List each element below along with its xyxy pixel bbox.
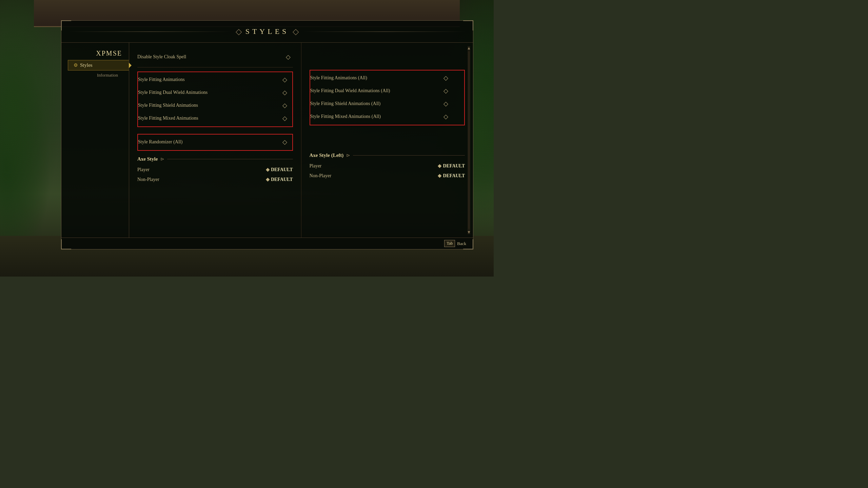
style-fitting-dual-wield-row: Style Fitting Dual Wield Animations ◇ [138,86,290,99]
axe-left-player-label: Player [310,163,322,169]
style-fitting-mixed-row: Style Fitting Mixed Animations ◇ [138,112,290,124]
sidebar-item-styles[interactable]: ⚙ Styles [68,60,129,70]
style-fitting-dual-wield-diamond[interactable]: ◇ [280,88,290,97]
style-fitting-mixed-all-label: Style Fitting Mixed Animations (All) [310,114,381,119]
style-fitting-animations-label: Style Fitting Animations [138,77,185,82]
content-area: Disable Style Cloak Spell ◇ Style Fittin… [129,43,473,238]
axe-left-nonplayer-value[interactable]: ◆DEFAULT [438,173,465,179]
sidebar: XPMSE ⚙ Styles Information [61,43,129,238]
scrollbar-track[interactable] [468,52,470,229]
style-fitting-animations-diamond[interactable]: ◇ [280,75,290,84]
foliage-left [0,0,68,277]
style-fitting-mixed-all-row: Style Fitting Mixed Animations (All) ◇ [310,110,451,123]
sidebar-styles-label: Styles [80,62,93,68]
left-fitting-group: Style Fitting Animations ◇ Style Fitting… [137,72,293,127]
scroll-down-arrow[interactable]: ▼ [467,230,471,234]
header-line-left [68,32,232,32]
style-randomizer-diamond[interactable]: ◇ [280,137,290,147]
axe-player-bullet: ◆ [266,167,270,172]
axe-style-icon: ⊳ [160,156,164,162]
corner-br [463,239,473,249]
axe-style-left-title: Axe Style (Left) [310,152,344,158]
style-fitting-shield-row: Style Fitting Shield Animations ◇ [138,99,290,111]
style-fitting-mixed-diamond[interactable]: ◇ [280,114,290,123]
styles-icon: ⚙ [74,62,78,68]
scrollbar[interactable]: ▲ ▼ [468,46,470,234]
scroll-up-arrow[interactable]: ▲ [467,46,471,50]
axe-nonplayer-row: Non-Player ◆DEFAULT [137,175,293,184]
axe-style-left-icon: ⊳ [346,152,350,158]
axe-nonplayer-bullet: ◆ [266,177,270,182]
axe-style-header: Axe Style ⊳ [137,156,293,162]
axe-style-title: Axe Style [137,156,158,162]
sidebar-title: XPMSE [96,49,129,57]
style-fitting-dual-wield-all-diamond[interactable]: ◇ [441,86,451,96]
right-top-spacer [310,49,465,70]
style-fitting-animations-all-row: Style Fitting Animations (All) ◇ [310,72,451,84]
axe-left-nonplayer-bullet: ◆ [438,173,441,178]
style-fitting-animations-row: Style Fitting Animations ◇ [138,74,290,86]
style-fitting-shield-all-row: Style Fitting Shield Animations (All) ◇ [310,98,451,110]
style-fitting-shield-label: Style Fitting Shield Animations [138,103,198,108]
axe-left-player-value[interactable]: ◆DEFAULT [438,163,465,169]
axe-style-left-line [353,155,465,156]
sidebar-information-label: Information [97,73,123,78]
axe-nonplayer-value[interactable]: ◆DEFAULT [266,177,293,182]
axe-left-player-bullet: ◆ [438,163,441,168]
axe-player-value[interactable]: ◆DEFAULT [266,167,293,172]
menu-container: STYLES XPMSE ⚙ Styles Information Disabl… [61,20,473,249]
disable-style-row: Disable Style Cloak Spell ◇ [137,49,293,67]
page-title: STYLES [245,27,289,36]
style-fitting-dual-wield-all-row: Style Fitting Dual Wield Animations (All… [310,85,451,97]
axe-left-nonplayer-label: Non-Player [310,173,332,179]
style-fitting-dual-wield-label: Style Fitting Dual Wield Animations [138,90,208,95]
axe-player-label: Player [137,167,150,172]
style-fitting-mixed-all-diamond[interactable]: ◇ [441,112,451,121]
style-fitting-animations-all-label: Style Fitting Animations (All) [310,75,367,81]
disable-style-label: Disable Style Cloak Spell [137,54,186,60]
style-fitting-mixed-label: Style Fitting Mixed Animations [138,116,198,121]
style-randomizer-label: Style Randomizer (All) [138,139,182,145]
header-diamond-left [232,25,245,38]
axe-left-player-row: Player ◆DEFAULT [310,161,465,171]
menu-footer: Tab Back [61,238,473,249]
style-fitting-shield-all-label: Style Fitting Shield Animations (All) [310,101,381,106]
style-randomizer-row: Style Randomizer (All) ◇ [138,136,290,148]
corner-tr [463,20,473,30]
axe-nonplayer-label: Non-Player [137,177,159,182]
disable-style-diamond[interactable]: ◇ [283,52,293,62]
header-diamond-right [289,25,302,38]
style-fitting-animations-all-diamond[interactable]: ◇ [441,73,451,83]
menu-header: STYLES [61,21,473,43]
header-line-right [302,32,466,32]
left-column: Disable Style Cloak Spell ◇ Style Fittin… [129,43,301,238]
axe-style-line [167,159,293,159]
corner-tl [61,20,71,30]
axe-style-left-header: Axe Style (Left) ⊳ [310,152,465,158]
style-fitting-dual-wield-all-label: Style Fitting Dual Wield Animations (All… [310,88,390,94]
tab-key: Tab [444,240,455,247]
style-fitting-shield-diamond[interactable]: ◇ [280,101,290,110]
row-separator [137,128,293,134]
menu-body: XPMSE ⚙ Styles Information Disable Style… [61,43,473,238]
axe-player-row: Player ◆DEFAULT [137,165,293,175]
axe-left-nonplayer-row: Non-Player ◆DEFAULT [310,171,465,181]
right-column: Style Fitting Animations (All) ◇ Style F… [301,43,473,238]
style-fitting-shield-all-diamond[interactable]: ◇ [441,99,451,108]
corner-bl [61,239,71,249]
